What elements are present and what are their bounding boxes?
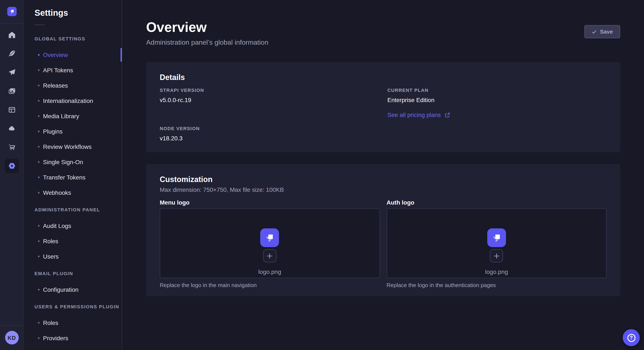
- bullet-icon: [38, 176, 40, 178]
- section-label: GLOBAL SETTINGS: [24, 35, 122, 42]
- settings-subnav: Settings GLOBAL SETTINGS Overview API To…: [24, 0, 122, 350]
- menu-logo-filename: logo.png: [258, 268, 281, 276]
- check-icon: [592, 29, 596, 34]
- field-value: v18.20.3: [160, 134, 379, 142]
- strapi-version-field: STRAPI VERSION v5.0.0-rc.19: [160, 88, 379, 119]
- section-label: EMAIL PLUGIN: [24, 270, 122, 277]
- bullet-icon: [38, 146, 40, 148]
- item-label: API Tokens: [43, 66, 73, 74]
- menu-logo-preview: [260, 228, 279, 247]
- menu-logo-dropzone[interactable]: logo.png: [160, 208, 380, 278]
- auth-logo-add-button[interactable]: [490, 249, 503, 262]
- menu-logo-add-button[interactable]: [263, 249, 276, 262]
- subnav-header: Settings: [24, 0, 122, 25]
- pricing-plans-link[interactable]: See all pricing plans: [388, 111, 450, 119]
- item-label: Transfer Tokens: [43, 173, 86, 181]
- releases-paper-plane-icon[interactable]: [8, 68, 16, 77]
- avatar-section: KD: [0, 325, 24, 350]
- auth-logo-dropzone[interactable]: logo.png: [386, 208, 606, 278]
- item-label: Review Workflows: [43, 143, 92, 151]
- subnav-item-admin-roles[interactable]: Roles: [24, 233, 122, 249]
- auth-logo-field: Auth logo: [386, 198, 606, 289]
- subnav-item-admin-users[interactable]: Users: [24, 249, 122, 264]
- bullet-icon: [38, 256, 40, 257]
- subnav-item-api-tokens[interactable]: API Tokens: [24, 62, 122, 78]
- logo-uploads: Menu logo: [160, 198, 606, 289]
- auth-logo-label: Auth logo: [386, 198, 606, 207]
- subnav-item-media-library[interactable]: Media Library: [24, 108, 122, 124]
- subnav-item-audit-logs[interactable]: Audit Logs: [24, 218, 122, 233]
- subnav-item-up-roles[interactable]: Roles: [24, 315, 122, 331]
- settings-gear-button[interactable]: [4, 159, 19, 173]
- bullet-icon: [38, 240, 40, 242]
- current-plan-field: CURRENT PLAN Enterprise Edition See all …: [388, 88, 606, 119]
- menu-logo-label: Menu logo: [160, 198, 380, 207]
- app-window: KD Settings GLOBAL SETTINGS Overview API…: [0, 0, 644, 350]
- bullet-icon: [38, 54, 40, 56]
- bullet-icon: [38, 322, 40, 324]
- media-library-icon[interactable]: [8, 87, 16, 95]
- item-label: Plugins: [43, 127, 62, 136]
- subnav-item-releases[interactable]: Releases: [24, 78, 122, 93]
- plus-icon: [494, 253, 500, 259]
- subnav-item-transfer-tokens[interactable]: Transfer Tokens: [24, 170, 122, 185]
- strapi-logo-icon: [490, 231, 503, 244]
- subnav-item-review-workflows[interactable]: Review Workflows: [24, 139, 122, 154]
- bullet-icon: [38, 100, 40, 102]
- bullet-icon: [38, 69, 40, 71]
- home-icon[interactable]: [8, 31, 16, 39]
- field-label: NODE VERSION: [160, 126, 379, 131]
- save-button-label: Save: [600, 28, 613, 35]
- content-manager-feather-icon[interactable]: [8, 49, 16, 58]
- subnav-item-up-providers[interactable]: Providers: [24, 331, 122, 346]
- help-button[interactable]: ?: [623, 329, 640, 346]
- strapi-logo[interactable]: [7, 7, 16, 16]
- subnav-section-administration-panel: ADMINISTRATION PANEL Audit Logs Roles Us…: [24, 206, 122, 264]
- subnav-item-plugins[interactable]: Plugins: [24, 124, 122, 139]
- page-subtitle: Administration panel’s global informatio…: [146, 37, 268, 48]
- save-button[interactable]: Save: [584, 25, 620, 38]
- marketplace-cart-icon[interactable]: [8, 143, 16, 151]
- item-label: Internationalization: [43, 97, 93, 105]
- bullet-icon: [38, 115, 40, 117]
- section-label: USERS & PERMISSIONS PLUGIN: [24, 303, 122, 310]
- item-label: Webhooks: [43, 188, 71, 197]
- subnav-item-overview[interactable]: Overview: [24, 47, 122, 62]
- bullet-icon: [38, 337, 40, 339]
- item-label: Providers: [43, 334, 68, 342]
- subnav-title: Settings: [34, 8, 112, 18]
- bullet-icon: [38, 161, 40, 163]
- cloud-icon[interactable]: [8, 124, 16, 133]
- main-nav-rail: KD: [0, 0, 24, 350]
- field-value: Enterprise Edition: [388, 96, 606, 104]
- page-header: Overview Administration panel’s global i…: [146, 19, 620, 48]
- external-link-icon: [445, 112, 450, 118]
- settings-gear-icon: [8, 162, 16, 170]
- auth-logo-hint: Replace the logo in the authentication p…: [386, 282, 606, 289]
- customization-card-title: Customization: [160, 174, 606, 184]
- field-label: CURRENT PLAN: [388, 88, 606, 93]
- section-label: ADMINISTRATION PANEL: [24, 206, 122, 213]
- subnav-item-single-sign-on[interactable]: Single Sign-On: [24, 154, 122, 170]
- subnav-item-email-configuration[interactable]: Configuration: [24, 282, 122, 297]
- user-avatar[interactable]: KD: [5, 331, 18, 345]
- item-label: Single Sign-On: [43, 158, 83, 166]
- subnav-item-webhooks[interactable]: Webhooks: [24, 185, 122, 200]
- subnav-list: GLOBAL SETTINGS Overview API Tokens Rele…: [24, 25, 122, 346]
- strapi-logo-icon: [8, 8, 15, 15]
- customization-card: Customization Max dimension: 750×750, Ma…: [146, 164, 620, 296]
- bullet-icon: [38, 225, 40, 227]
- auth-logo-preview: [487, 228, 506, 247]
- item-label: Roles: [43, 319, 58, 327]
- bullet-icon: [38, 131, 40, 132]
- pricing-plans-link-label: See all pricing plans: [388, 111, 441, 119]
- rail-icon-list: [4, 24, 19, 173]
- bullet-icon: [38, 192, 40, 193]
- content-type-builder-icon[interactable]: [8, 105, 16, 114]
- item-label: Releases: [43, 81, 68, 90]
- plus-icon: [267, 253, 273, 259]
- subnav-item-internationalization[interactable]: Internationalization: [24, 93, 122, 108]
- item-label: Configuration: [43, 285, 78, 294]
- field-value: v5.0.0-rc.19: [160, 96, 379, 104]
- details-card-title: Details: [160, 72, 606, 82]
